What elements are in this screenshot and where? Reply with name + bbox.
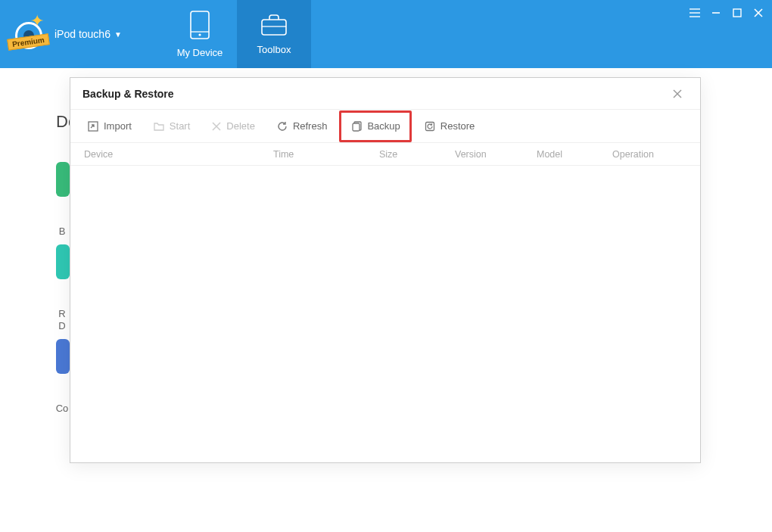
- brand-area: ✦ Premium iPod touch6 ▼: [0, 0, 163, 68]
- device-selector[interactable]: iPod touch6 ▼: [54, 28, 122, 40]
- maximize-icon: [733, 8, 742, 17]
- table-body-empty: [70, 166, 700, 462]
- refresh-button[interactable]: Refresh: [267, 114, 337, 138]
- maximize-button[interactable]: [728, 5, 746, 21]
- delete-button[interactable]: Delete: [202, 114, 264, 138]
- tab-label: My Device: [177, 47, 223, 58]
- button-label: Delete: [226, 120, 255, 132]
- tablet-icon: [188, 11, 211, 39]
- delete-icon: [211, 121, 222, 132]
- button-label: Refresh: [293, 120, 328, 132]
- backup-restore-modal: Backup & Restore Import Start: [70, 77, 701, 463]
- svg-rect-17: [353, 123, 360, 131]
- svg-rect-9: [733, 9, 741, 17]
- window-controls: [686, 5, 767, 21]
- column-header-model[interactable]: Model: [537, 149, 612, 160]
- tab-my-device[interactable]: My Device: [163, 0, 237, 68]
- table-header-row: Device Time Size Version Model Operation: [70, 143, 700, 166]
- toolbox-icon: [260, 14, 288, 36]
- import-button[interactable]: Import: [78, 114, 141, 138]
- button-label: Import: [104, 120, 132, 132]
- svg-rect-14: [89, 122, 98, 131]
- menu-icon: [690, 8, 700, 17]
- svg-rect-18: [425, 122, 434, 130]
- import-icon: [87, 120, 99, 132]
- bg-tile: [56, 339, 70, 374]
- menu-button[interactable]: [686, 5, 704, 21]
- close-icon: [672, 89, 683, 99]
- caret-down-icon: ▼: [114, 30, 122, 39]
- svg-point-1: [198, 33, 201, 36]
- button-label: Backup: [367, 120, 400, 132]
- app-topbar: ✦ Premium iPod touch6 ▼ My Device: [0, 0, 772, 68]
- restore-button[interactable]: Restore: [415, 114, 484, 138]
- bg-tile: [56, 244, 70, 279]
- column-header-version[interactable]: Version: [455, 149, 537, 160]
- minimize-button[interactable]: [707, 5, 725, 21]
- restore-icon: [424, 120, 436, 132]
- modal-header: Backup & Restore: [70, 78, 700, 110]
- close-button[interactable]: [749, 5, 767, 21]
- modal-close-button[interactable]: [667, 83, 688, 104]
- backup-icon: [350, 120, 363, 132]
- column-header-operation[interactable]: Operation: [612, 149, 700, 160]
- tab-toolbox[interactable]: Toolbox: [237, 0, 311, 68]
- column-header-device[interactable]: Device: [84, 149, 273, 160]
- button-label: Restore: [440, 120, 475, 132]
- column-header-size[interactable]: Size: [379, 149, 455, 160]
- bg-tile: [56, 162, 70, 197]
- refresh-icon: [276, 120, 288, 132]
- device-name: iPod touch6: [54, 28, 111, 40]
- backup-button[interactable]: Backup: [339, 110, 411, 142]
- button-label: Start: [170, 120, 190, 132]
- nav-tabs: My Device Toolbox: [163, 0, 311, 68]
- svg-rect-3: [262, 20, 286, 35]
- modal-title: Backup & Restore: [82, 88, 667, 100]
- start-button[interactable]: Start: [144, 114, 199, 138]
- folder-icon: [153, 120, 165, 132]
- column-header-time[interactable]: Time: [273, 149, 379, 160]
- modal-toolbar: Import Start Delete Refresh: [70, 110, 700, 143]
- close-icon: [754, 8, 763, 17]
- minimize-icon: [711, 8, 721, 17]
- tab-label: Toolbox: [257, 44, 291, 55]
